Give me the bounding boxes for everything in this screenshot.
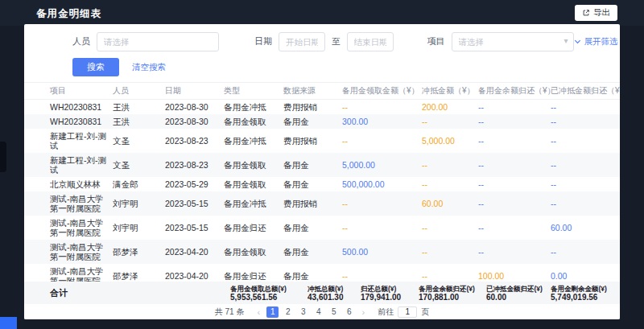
cell-amount-offset: 200.00 [422, 100, 478, 114]
cell-balance-returned: -- [478, 134, 551, 148]
cell-balance-returned: -- [478, 177, 551, 191]
cell-source: 备用金 [283, 245, 342, 259]
summary-bar: 合计 备用金领取总额(¥)5,953,561.56冲抵总额(¥)43,601.3… [24, 282, 620, 304]
column-header: 已冲抵金额归还（¥） [551, 86, 620, 96]
cell-amount-received: -- [342, 100, 422, 114]
cell-date: 2023-08-30 [165, 100, 224, 114]
person-filter-input[interactable] [97, 32, 219, 51]
cell-project: 测试-南昌大学第一附属医院 [50, 240, 113, 264]
summary-item: 备用金剩余金额(¥)5,749,019.56 [547, 285, 617, 302]
cell-type: 备用金领取 [224, 245, 283, 259]
clear-search-link[interactable]: 清空搜索 [132, 62, 166, 73]
summary-item-value: 5,953,561.56 [230, 293, 301, 302]
cell-amount-offset: -- [422, 158, 478, 172]
cell-project: 测试-南昌大学第一附属医院 [50, 216, 113, 240]
cell-balance-returned: -- [478, 220, 551, 235]
column-header: 项目 [50, 86, 113, 96]
page-button[interactable]: 6 [343, 306, 355, 318]
main-panel: 人员 日期 至 项目 ▾ 展开筛选 搜索 清空搜索 项目人员日期类型数据来源备用… [24, 24, 620, 319]
export-icon [582, 9, 590, 17]
page-button[interactable]: 1 [266, 306, 279, 318]
cell-amount-offset: -- [422, 220, 478, 235]
page-button[interactable]: 5 [328, 306, 340, 318]
column-header: 数据来源 [283, 86, 342, 96]
table-row: 新建工程-刘-测试文圣2023-08-23备用金领取备用金5,000.00---… [24, 153, 620, 177]
app-header: 备用金明细表 导出 [0, 0, 644, 26]
cell-offset-returned: -- [551, 196, 620, 211]
total-count: 共 71 条 [215, 306, 245, 318]
cell-type: 备用金领取 [224, 158, 283, 172]
cell-source: 费用报销 [283, 100, 342, 114]
cell-offset-returned: -- [551, 134, 620, 148]
filter-actions: 搜索 清空搜索 [72, 58, 620, 76]
cell-offset-returned: -- [551, 114, 620, 129]
cell-project: 北京顺义林林 [50, 177, 113, 191]
cell-type: 备用金冲抵 [224, 134, 283, 148]
cell-amount-received: 300.00 [342, 114, 422, 129]
detail-table: 项目人员日期类型数据来源备用金领取金额（¥）冲抵金额（¥）备用金余额归还（¥）已… [24, 82, 620, 292]
cell-amount-offset: 5,000.00 [422, 134, 478, 148]
cell-amount-offset: 60.00 [422, 196, 478, 211]
chevron-expand-icon [574, 38, 581, 45]
expand-filters-link[interactable]: 展开筛选 [574, 36, 618, 47]
table-row: 测试-南昌大学第一附属医院刘宇明2023-05-15备用金冲抵费用报销--60.… [24, 191, 620, 216]
cell-date: 2023-08-23 [165, 134, 224, 148]
summary-item-value: 5,749,019.56 [551, 293, 613, 302]
goto-page-input[interactable] [398, 306, 417, 318]
cell-offset-returned: -- [551, 245, 620, 259]
column-header: 备用金领取金额（¥） [342, 86, 422, 96]
summary-label: 合计 [50, 287, 68, 299]
page-button[interactable]: 4 [312, 306, 324, 318]
export-button[interactable]: 导出 [575, 5, 617, 21]
cell-date: 2023-04-20 [165, 245, 224, 259]
summary-item-value: 179,941.00 [361, 293, 412, 302]
cell-person: 王洪 [113, 100, 165, 114]
summary-item: 备用金余额归还(¥)170,881.00 [415, 285, 483, 302]
pager-next-icon[interactable]: › [358, 306, 368, 318]
cell-balance-returned: -- [478, 196, 551, 211]
cell-person: 邵梦泽 [113, 245, 165, 259]
summary-item-label: 归还总额(¥) [361, 285, 412, 293]
cell-amount-received: -- [342, 220, 422, 235]
summary-item: 备用金领取总额(¥)5,953,561.56 [227, 285, 304, 302]
cell-source: 备用金 [283, 114, 342, 129]
cell-project: 新建工程-刘-测试 [50, 153, 113, 177]
cell-date: 2023-05-15 [165, 220, 224, 235]
table-header-row: 项目人员日期类型数据来源备用金领取金额（¥）冲抵金额（¥）备用金余额归还（¥）已… [24, 82, 620, 100]
cell-offset-returned: -- [551, 158, 620, 172]
search-button[interactable]: 搜索 [72, 58, 119, 76]
column-header: 人员 [113, 86, 165, 96]
pager-prev-icon[interactable]: ‹ [254, 306, 263, 318]
cell-balance-returned: -- [478, 245, 551, 259]
summary-item: 已冲抵金额归还(¥)60.00 [483, 285, 547, 302]
cell-date: 2023-05-15 [165, 196, 224, 211]
column-header: 日期 [165, 86, 224, 96]
page-title: 备用金明细表 [36, 7, 101, 21]
cell-type: 备用金领取 [224, 177, 283, 191]
cell-date: 2023-08-30 [165, 114, 224, 129]
side-drawer-handle[interactable] [0, 142, 6, 172]
cell-type: 备用金冲抵 [224, 100, 283, 114]
cell-amount-received: -- [342, 134, 422, 148]
pager-pages: 123456 [266, 306, 355, 318]
filter-bar: 人员 日期 至 项目 ▾ 展开筛选 [24, 24, 620, 51]
project-filter-input[interactable] [452, 32, 574, 51]
column-header: 类型 [224, 86, 283, 96]
cell-amount-received: 500,000.00 [342, 177, 422, 191]
page-button[interactable]: 3 [297, 306, 309, 318]
project-filter-select[interactable]: ▾ [452, 32, 574, 51]
person-filter-label: 人员 [72, 35, 90, 47]
cell-person: 刘宇明 [113, 220, 165, 235]
cell-amount-received: 500.00 [342, 245, 422, 259]
cell-amount-offset: -- [422, 177, 478, 191]
corner-accent [0, 317, 17, 329]
date-start-input[interactable] [279, 32, 325, 51]
date-end-input[interactable] [347, 32, 394, 51]
page-button[interactable]: 2 [282, 306, 294, 318]
cell-person: 王洪 [113, 114, 165, 129]
cell-amount-offset: -- [422, 245, 478, 259]
cell-amount-received: 5,000.00 [342, 158, 422, 172]
column-header: 冲抵金额（¥） [422, 86, 478, 96]
cell-source: 费用报销 [283, 134, 342, 148]
cell-balance-returned: -- [478, 100, 551, 114]
